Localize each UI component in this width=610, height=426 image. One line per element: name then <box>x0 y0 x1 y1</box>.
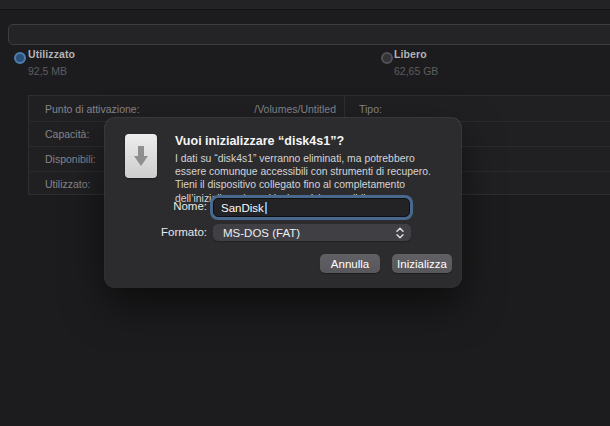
dialog-message: I dati su “disk4s1” verranno eliminati, … <box>175 152 447 205</box>
type-label: Tipo: <box>359 103 382 115</box>
chevron-up-down-icon <box>396 227 404 239</box>
format-dropdown[interactable]: MS-DOS (FAT) <box>213 224 411 241</box>
cancel-button[interactable]: Annulla <box>320 254 380 273</box>
text-caret <box>265 202 267 214</box>
format-dropdown-value: MS-DOS (FAT) <box>223 227 300 239</box>
removable-disk-icon <box>125 134 157 178</box>
format-field-label: Formato: <box>105 226 207 238</box>
used-legend-dot-icon <box>14 52 26 64</box>
dialog-title: Vuoi inizializzare “disk4s1”? <box>175 134 447 148</box>
name-input-value: SanDisk <box>221 202 264 214</box>
name-field-label: Nome: <box>105 200 207 212</box>
available-label: Disponibili: <box>45 153 96 165</box>
used-legend-value: 92,5 MB <box>28 65 67 77</box>
free-legend-dot-icon <box>381 52 393 64</box>
erase-disk-dialog: Vuoi inizializzare “disk4s1”? I dati su … <box>105 118 461 287</box>
disk-usage-bar <box>8 24 610 45</box>
mount-point-label: Punto di attivazione: <box>45 103 140 115</box>
toolbar-bottom-strip <box>0 0 610 10</box>
down-arrow-icon <box>132 144 150 168</box>
capacity-label: Capacità: <box>45 128 89 140</box>
free-legend-label: Libero <box>394 48 427 60</box>
name-input[interactable]: SanDisk <box>213 198 410 217</box>
used-legend-label: Utilizzato <box>28 48 75 60</box>
used-label: Utilizzato: <box>45 178 91 190</box>
erase-button[interactable]: Inizializza <box>392 254 452 273</box>
free-legend-value: 62,65 GB <box>394 65 438 77</box>
mount-point-value: /Volumes/Untitled <box>254 103 336 115</box>
